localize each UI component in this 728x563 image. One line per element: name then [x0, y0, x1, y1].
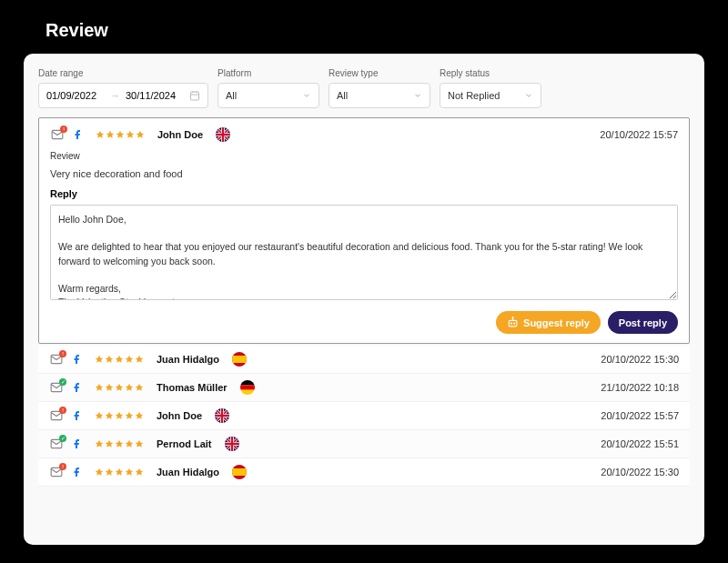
- facebook-icon: [71, 467, 82, 478]
- review-list-item[interactable]: !John Doe20/10/2022 15:57: [38, 402, 690, 430]
- review-timestamp: 20/10/2022 15:57: [600, 129, 678, 140]
- facebook-icon: [71, 410, 82, 421]
- svg-marker-47: [116, 440, 123, 447]
- chevron-down-icon: [302, 91, 311, 100]
- status-badge-red: !: [60, 126, 67, 133]
- post-reply-button[interactable]: Post reply: [608, 311, 678, 334]
- svg-point-16: [512, 317, 513, 318]
- date-end-input[interactable]: [126, 90, 184, 101]
- chevron-down-icon: [413, 91, 422, 100]
- svg-rect-12: [509, 320, 517, 327]
- svg-rect-25: [232, 356, 247, 363]
- star-rating: [95, 411, 144, 420]
- star-rating: [95, 383, 144, 392]
- svg-marker-39: [116, 412, 123, 419]
- review-timestamp: 20/10/2022 15:30: [601, 354, 679, 365]
- reply-button-row: Suggest reply Post reply: [50, 311, 678, 334]
- svg-marker-8: [126, 131, 134, 138]
- svg-marker-18: [96, 356, 103, 363]
- review-panel: Date range → Platform All Review type Al…: [24, 54, 704, 545]
- calendar-icon: [189, 90, 200, 101]
- svg-marker-29: [116, 384, 123, 391]
- review-timestamp: 21/10/2022 10:18: [601, 382, 679, 393]
- reply-status-icon: !: [49, 409, 64, 422]
- status-badge: !: [59, 463, 66, 470]
- reply-status-icon: !: [49, 353, 64, 366]
- reply-status-filter: Reply status Not Replied: [440, 68, 541, 108]
- svg-rect-0: [191, 92, 199, 100]
- robot-icon: [507, 317, 519, 328]
- status-badge: !: [59, 407, 66, 414]
- reply-status-label: Reply status: [440, 68, 541, 78]
- facebook-icon: [71, 438, 82, 449]
- svg-marker-19: [106, 356, 113, 363]
- country-flag: [215, 408, 229, 423]
- svg-marker-53: [96, 468, 103, 476]
- country-flag: [240, 380, 255, 395]
- status-badge: ✓: [59, 378, 66, 386]
- svg-marker-41: [136, 412, 143, 419]
- review-list-item[interactable]: !Juan Hidalgo20/10/2022 15:30: [38, 346, 690, 374]
- review-timestamp: 20/10/2022 15:51: [601, 438, 679, 449]
- review-list-item[interactable]: ✓Pernod Lait20/10/2022 15:51: [38, 430, 690, 458]
- svg-rect-35: [240, 390, 255, 395]
- svg-marker-31: [136, 384, 143, 391]
- svg-marker-5: [96, 131, 104, 138]
- svg-point-13: [511, 323, 511, 324]
- reviewer-name: John Doe: [157, 129, 203, 140]
- platform-select[interactable]: All: [217, 83, 319, 108]
- review-list-item[interactable]: ✓Thomas Müller21/10/2022 10:18: [38, 374, 690, 402]
- date-range-picker[interactable]: →: [38, 83, 208, 108]
- facebook-icon: [71, 382, 82, 393]
- country-flag: [232, 352, 247, 367]
- svg-marker-21: [126, 356, 133, 363]
- reply-status-select[interactable]: Not Replied: [440, 83, 541, 108]
- svg-marker-45: [96, 440, 103, 447]
- star-rating: [95, 467, 144, 477]
- facebook-icon: [72, 129, 83, 140]
- svg-rect-34: [240, 385, 255, 389]
- suggest-reply-label: Suggest reply: [523, 317, 590, 328]
- review-section-label: Review: [50, 151, 678, 161]
- svg-marker-30: [126, 384, 133, 391]
- svg-marker-55: [116, 468, 123, 476]
- svg-marker-54: [106, 468, 113, 476]
- reply-status-icon: ✓: [49, 437, 64, 450]
- reply-status-value: Not Replied: [448, 90, 500, 101]
- svg-marker-6: [106, 131, 114, 138]
- svg-marker-22: [136, 356, 143, 363]
- date-start-input[interactable]: [46, 90, 105, 101]
- svg-marker-20: [116, 356, 123, 363]
- country-flag: [225, 437, 239, 451]
- svg-rect-33: [240, 380, 255, 385]
- platform-label: Platform: [217, 68, 319, 78]
- reply-status-icon: !: [50, 128, 65, 141]
- arrow-right-icon: →: [110, 90, 120, 101]
- star-rating: [95, 439, 144, 448]
- date-range-filter: Date range →: [38, 68, 208, 108]
- country-flag: [216, 127, 230, 142]
- facebook-icon: [71, 354, 82, 365]
- suggest-reply-button[interactable]: Suggest reply: [496, 311, 601, 334]
- status-badge: ✓: [59, 435, 66, 442]
- svg-rect-60: [232, 468, 247, 476]
- reviewer-name: John Doe: [157, 410, 202, 421]
- reply-status-icon: ✓: [49, 381, 64, 394]
- review-list-item[interactable]: !Juan Hidalgo20/10/2022 15:30: [38, 458, 690, 487]
- svg-marker-40: [126, 412, 133, 419]
- svg-point-14: [514, 323, 515, 324]
- status-badge: !: [59, 350, 66, 357]
- svg-marker-49: [136, 440, 143, 447]
- platform-filter: Platform All: [217, 68, 319, 108]
- review-type-value: All: [337, 90, 348, 101]
- reply-section-label: Reply: [50, 188, 678, 199]
- review-text: Very nice decoration and food: [50, 168, 678, 179]
- review-timestamp: 20/10/2022 15:30: [601, 467, 679, 478]
- star-rating: [96, 130, 145, 139]
- reply-textarea[interactable]: [50, 205, 678, 300]
- review-type-select[interactable]: All: [329, 83, 430, 108]
- star-rating: [95, 355, 144, 364]
- country-flag: [232, 465, 247, 479]
- svg-marker-46: [106, 440, 113, 447]
- svg-marker-9: [136, 131, 144, 138]
